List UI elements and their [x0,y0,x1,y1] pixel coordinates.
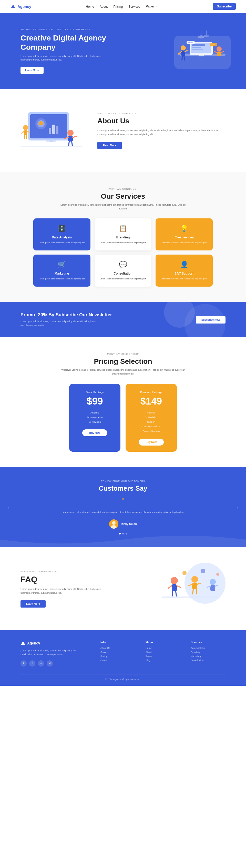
hero-illustration-svg: Hi! Hello! [164,31,236,71]
brand-name: Agency [18,4,31,9]
about-section: WHAT WE CAN DO FOR YOU? About Us Lorem i… [0,89,246,172]
svg-point-37 [67,130,73,136]
basic-buy-now-button[interactable]: Buy Now [82,429,107,436]
footer-menu-links: Home About Pages Blog [146,647,180,662]
about-description: Lorem ipsum dolor sit amet, consectetur … [97,129,225,136]
footer-brand-description: Lorem ipsum dolor sit amet, consectetur … [21,649,77,657]
svg-line-13 [182,56,182,60]
svg-rect-32 [49,128,51,134]
about-illustration-svg [21,104,82,156]
hero-title: Creative Digital Agency Company [21,33,107,52]
service-card-marketing[interactable]: 🛒 Marketing Lorem ipsum dolor amet conse… [33,254,90,287]
footer-link-about-us[interactable]: About Us [100,647,135,649]
service-card-support[interactable]: 👤 24/7 Support Lorem ipsum dolor amet co… [156,254,213,287]
svg-rect-10 [181,51,185,56]
footer-link-services[interactable]: Services [100,651,135,653]
hero-learn-more-button[interactable]: Learn More [21,67,43,74]
hero-description: Lorem ipsum dolor sit amet, consectetur … [21,54,107,62]
premium-feature-1: Analysis [133,410,170,415]
premium-feature-5: Content Strategy [133,429,170,433]
services-tagline: WHAT WE GONNA DO! [21,188,225,190]
promo-description: Lorem ipsum dolor sit amet, consectetur … [21,320,97,327]
about-title: About Us [97,117,225,125]
footer-menu-title: Menu [146,641,180,644]
svg-rect-5 [198,55,204,56]
faq-illustration [154,563,225,615]
hero-tagline: WE WILL PROVIDE SOLUTIONS TO YOUR PROBLE… [21,28,107,31]
services-title: Our Services [21,192,225,200]
svg-rect-33 [52,125,55,134]
testimonial-next-button[interactable]: › [237,504,238,510]
subscribe-button[interactable]: Subscribe [213,3,236,10]
service-card-branding[interactable]: 📋 Branding Lorem ipsum dolor amet consec… [95,218,152,250]
svg-point-24 [198,35,204,38]
premium-feature-4: Creative Sandbox [133,424,170,429]
testimonials-avatar: Ricky Smith [21,519,225,529]
svg-rect-72 [161,596,218,597]
svg-rect-16 [217,52,221,56]
service-card-desc: Lorem ipsum dolor amet consectetur adipi… [161,241,208,244]
footer-link-contact[interactable]: Contact [100,659,135,662]
data-analysis-icon: 🗄️ [58,224,66,232]
service-card-title: Consultation [114,272,132,275]
services-section: WHAT WE GONNA DO! Our Services Lorem ips… [0,172,246,302]
footer-services-links: Data Analysis Branding Marketing Consult… [191,647,225,662]
chevron-down-icon: ▼ [156,5,158,8]
services-grid: 🗄️ Data Analysis Lorem ipsum dolor amet … [33,218,213,287]
nav-home[interactable]: Home [86,5,94,8]
premium-buy-now-button[interactable]: Buy Now [139,439,164,445]
service-card-creative-idea[interactable]: 💡 Creative Idea Lorem ipsum dolor amet c… [156,218,213,250]
footer-link-pages[interactable]: Pages [146,655,180,657]
service-card-title: Data Analysis [52,236,72,239]
footer-link-about[interactable]: About [146,651,180,653]
footer-info-column: Info About Us Services Pricing Contact [100,641,135,666]
svg-line-63 [193,589,193,594]
premium-feature-3: Support [133,420,170,424]
footer-link-home[interactable]: Home [146,647,180,649]
svg-line-42 [72,142,72,146]
nav-pricing[interactable]: Pricing [113,5,123,8]
footer-link-data-analysis[interactable]: Data Analysis [191,647,225,649]
footer-link-consultation[interactable]: Consultation [191,659,225,662]
basic-package-label: Basic Package [76,391,113,394]
footer-link-pricing[interactable]: Pricing [100,655,135,657]
svg-rect-8 [192,49,203,50]
hero-content: WE WILL PROVIDE SOLUTIONS TO YOUR PROBLE… [21,28,107,74]
footer-link-marketing[interactable]: Marketing [191,655,225,657]
avatar-icon [109,519,118,529]
svg-line-47 [25,135,25,138]
footer-brand-column: Agency Lorem ipsum dolor sit amet, conse… [21,641,90,666]
svg-point-26 [204,35,209,37]
pricing-card-basic: Basic Package $99 Analysis Documentation… [69,384,120,452]
svg-point-59 [191,576,198,583]
premium-package-label: Premium Package [133,391,170,394]
basic-feature-1: Analysis [76,410,113,415]
service-card-title: Marketing [55,272,69,275]
svg-point-9 [181,45,186,51]
about-content: WHAT WE CAN DO FOR YOU? About Us Lorem i… [97,112,225,149]
basic-price: $99 [76,396,113,407]
service-card-consultation[interactable]: 💬 Consultation Lorem ipsum dolor amet co… [95,254,152,287]
faq-tagline: NEED MORE INFORMATION? [21,570,144,573]
nav-about[interactable]: About [100,5,107,8]
svg-line-58 [176,591,176,596]
brand-logo[interactable]: Agency [10,4,31,9]
svg-rect-44 [24,130,27,135]
footer-info-links: About Us Services Pricing Contact [100,647,135,662]
footer-link-blog[interactable]: Blog [146,659,180,662]
footer-link-branding[interactable]: Branding [191,651,225,653]
instagram-social-icon[interactable]: in [38,660,44,666]
nav-pages[interactable]: Pages [146,5,155,8]
testimonial-prev-button[interactable]: ‹ [8,504,9,510]
youtube-social-icon[interactable]: yt [47,660,53,666]
nav-services[interactable]: Services [128,5,140,8]
facebook-social-icon[interactable]: f [29,660,35,666]
faq-learn-more-button[interactable]: Learn More [21,600,45,608]
reviewer-name: Ricky Smith [121,522,137,526]
footer-copyright: © 2024 Agency. All rights reserved. [21,674,225,681]
svg-rect-49 [21,146,82,147]
about-read-more-button[interactable]: Read More [97,142,122,149]
footer-services-column: Services Data Analysis Branding Marketin… [191,641,225,666]
twitter-social-icon[interactable]: t [21,660,27,666]
service-card-data-analysis[interactable]: 🗄️ Data Analysis Lorem ipsum dolor amet … [33,218,90,250]
